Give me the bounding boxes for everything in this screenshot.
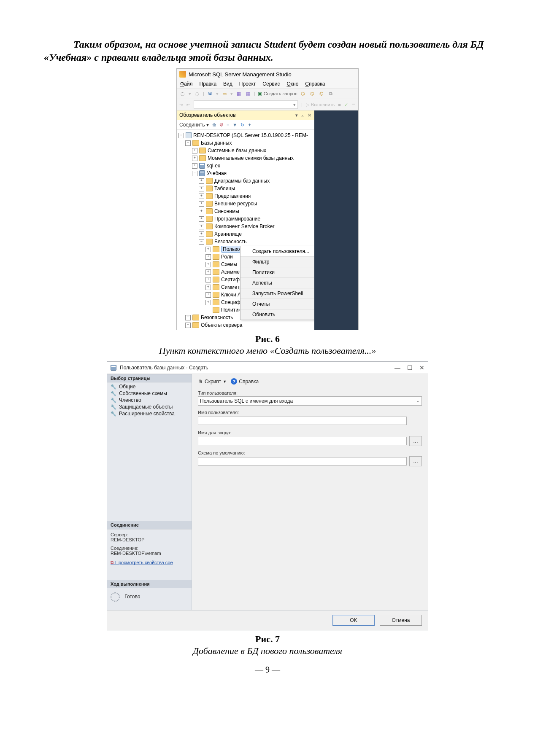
script-button[interactable]: 🗎 Скрипт ▼ — [198, 379, 227, 385]
user-type-dropdown[interactable]: Пользователь SQL с именем для входа ⌄ — [198, 396, 422, 406]
close-button[interactable]: ✕ — [419, 364, 424, 371]
tree-schemas[interactable]: Схемы — [221, 261, 237, 267]
figure7-caption: Добавление в БД нового пользователя — [44, 646, 491, 656]
side-item-general[interactable]: 🔧Общие — [107, 383, 192, 390]
tree-broker[interactable]: Компонент Service Broker — [214, 223, 275, 229]
ctx-policies[interactable]: Политики▶ — [240, 267, 314, 278]
menu-view[interactable]: Вид — [223, 81, 232, 87]
ssms-window: Microsoft SQL Server Management Studio Ф… — [176, 68, 359, 330]
dropdown-empty[interactable]: ▾ — [194, 100, 298, 109]
database-icon — [199, 163, 205, 169]
folder-icon — [192, 140, 199, 146]
menu-edit[interactable]: Правка — [200, 81, 217, 87]
menu-file[interactable]: Файл — [180, 81, 193, 87]
default-schema-input[interactable] — [198, 457, 407, 465]
toolbar-extra2-icon[interactable]: ⌬ — [309, 90, 316, 97]
connect-dropdown[interactable]: Соединить ▾ — [179, 122, 209, 128]
saveall2-icon[interactable]: ▦ — [245, 90, 251, 97]
tree-serverobj[interactable]: Объекты сервера — [201, 322, 242, 328]
progress-status: Готово — [107, 588, 192, 610]
ctx-new-user[interactable]: Создать пользователя... — [240, 246, 314, 257]
ssms-toolbar-secondary: ⇥ ⇤ ▾ | ▷ Выполнить ■ ✓ ☰ — [177, 99, 358, 110]
tree-security-db[interactable]: Безопасность — [214, 239, 247, 245]
tree-uchebnaya[interactable]: Учебная — [207, 170, 227, 176]
folder-icon — [192, 322, 199, 328]
menu-project[interactable]: Проект — [239, 81, 256, 87]
ssms-menubar: Файл Правка Вид Проект Сервис Окно Справ… — [177, 80, 358, 88]
view-connection-link[interactable]: ⧉ Просмотреть свойства сое — [107, 558, 192, 567]
outdent-icon[interactable]: ⇤ — [186, 102, 190, 108]
toolbar-extra1-icon[interactable]: ⌬ — [300, 90, 306, 97]
login-browse-button[interactable]: … — [409, 436, 422, 446]
page-number: — 9 — — [44, 665, 491, 675]
toolbar-extra4-icon[interactable]: ⧉ — [327, 90, 334, 97]
create-user-dialog: Пользователь базы данных - Создать — ☐ ✕… — [107, 361, 428, 630]
folder-icon — [213, 284, 219, 290]
tree-tables[interactable]: Таблицы — [214, 186, 235, 191]
default-schema-label: Схема по умолчанию: — [198, 450, 422, 455]
side-item-securables[interactable]: 🔧Защищаемые объекты — [107, 404, 192, 410]
stop-icon[interactable]: ■ — [338, 102, 341, 107]
ctx-reports[interactable]: Отчеты▶ — [240, 299, 314, 309]
folder-icon — [206, 201, 213, 207]
save-icon[interactable]: 🖫 — [207, 90, 213, 97]
folder-icon — [213, 307, 219, 313]
db-icon[interactable]: ☰ — [351, 102, 356, 108]
close-panel-icon[interactable]: ✕ — [308, 113, 311, 118]
oe-tool-1[interactable]: ⟰ — [212, 122, 216, 128]
ctx-facets[interactable]: Аспекты — [240, 278, 314, 288]
oe-tool-4[interactable]: ▼ — [232, 122, 237, 127]
open-icon[interactable]: ▭ — [221, 90, 228, 97]
oe-refresh-icon[interactable]: ↻ — [240, 122, 244, 128]
object-explorer-panel: Обозреватель объектов ▾ ⫠ ✕ Соединить ▾ … — [177, 110, 314, 330]
tree-synonyms[interactable]: Синонимы — [214, 208, 239, 214]
login-input[interactable] — [198, 437, 407, 445]
menu-window[interactable]: Окно — [286, 81, 298, 87]
tree-databases[interactable]: Базы данных — [201, 140, 232, 146]
tree-extres[interactable]: Внешние ресурсы — [214, 201, 257, 207]
check-icon[interactable]: ✓ — [344, 102, 348, 108]
ssms-workspace — [314, 110, 358, 330]
schema-browse-button[interactable]: … — [409, 456, 422, 466]
nav-fwd-icon[interactable]: ◌ — [194, 90, 200, 97]
side-item-membership[interactable]: 🔧Членство — [107, 397, 192, 404]
nav-back-icon[interactable]: ◌ — [179, 90, 186, 97]
tree-server[interactable]: REM-DESKTOP (SQL Server 15.0.1900.25 - R… — [193, 132, 308, 138]
cancel-button[interactable]: Отмена — [380, 615, 422, 626]
minimize-button[interactable]: — — [394, 364, 400, 371]
folder-icon — [199, 155, 206, 161]
indent-icon[interactable]: ⇥ — [179, 102, 183, 108]
side-item-extprops[interactable]: 🔧Расширенные свойства — [107, 410, 192, 417]
ctx-powershell[interactable]: Запустить PowerShell — [240, 288, 314, 299]
tree-systemdb[interactable]: Системные базы данных — [208, 148, 266, 153]
user-type-value: Пользователь SQL с именем для входа — [200, 398, 293, 404]
oe-tool-2[interactable]: ⟱ — [219, 122, 223, 128]
oe-tool-5[interactable]: ✦ — [248, 122, 251, 128]
save-all-icon[interactable]: ▦ — [235, 90, 242, 97]
side-item-owned-schemas[interactable]: 🔧Собственные схемы — [107, 390, 192, 397]
username-input[interactable] — [198, 417, 407, 425]
pin-icon[interactable]: ▾ — [295, 113, 298, 118]
toolbar-extra3-icon[interactable]: ⌬ — [318, 90, 325, 97]
tree-storage[interactable]: Хранилище — [214, 231, 242, 237]
execute-button[interactable]: ▷ Выполнить — [306, 102, 335, 108]
toolbar-newquery-button[interactable]: ▣ Создать запрос — [258, 91, 297, 97]
tree-diagrams[interactable]: Диаграммы баз данных — [214, 178, 270, 184]
ok-button[interactable]: OK — [332, 615, 375, 626]
tree-snapshots[interactable]: Моментальные снимки базы данных — [208, 155, 294, 161]
tree-security-srv[interactable]: Безопасность — [201, 315, 233, 320]
conn-label: Соединение: — [111, 546, 188, 551]
tree-sqlex[interactable]: sql-ex — [207, 163, 220, 169]
help-button[interactable]: ? Справка — [231, 378, 259, 385]
maximize-button[interactable]: ☐ — [407, 364, 413, 371]
tree-views[interactable]: Представления — [214, 193, 251, 199]
tree-roles[interactable]: Роли — [221, 254, 233, 260]
menu-tools[interactable]: Сервис — [262, 81, 280, 87]
object-explorer-tree[interactable]: −REM-DESKTOP (SQL Server 15.0.1900.25 - … — [177, 130, 314, 330]
oe-tool-3[interactable]: ≡ — [227, 122, 229, 127]
menu-help[interactable]: Справка — [305, 81, 325, 87]
ctx-refresh[interactable]: Обновить — [240, 309, 314, 320]
ctx-filter[interactable]: Фильтр▶ — [240, 257, 314, 267]
autohide-icon[interactable]: ⫠ — [300, 113, 305, 118]
tree-prog[interactable]: Программирование — [214, 216, 260, 222]
